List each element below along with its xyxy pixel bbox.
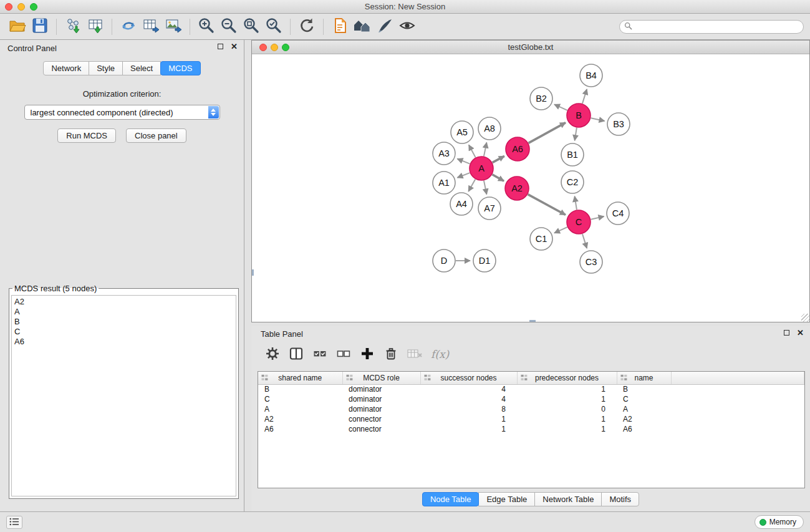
function-builder-button[interactable]: f(x) xyxy=(428,348,449,360)
table-cell[interactable]: 1 xyxy=(420,414,517,424)
open-document-button[interactable] xyxy=(329,16,351,37)
network-node-A7[interactable]: A7 xyxy=(478,197,501,220)
column-header-name[interactable]: name xyxy=(617,372,671,384)
network-edge[interactable] xyxy=(582,89,587,104)
close-panel-icon[interactable]: ✕ xyxy=(231,43,238,50)
mcds-result-item[interactable]: B xyxy=(14,317,233,327)
network-edge[interactable] xyxy=(457,159,470,164)
tab-style[interactable]: Style xyxy=(89,61,123,75)
mcds-result-list[interactable]: A2ABCA6 xyxy=(11,295,236,496)
open-folder-button[interactable] xyxy=(6,16,29,37)
table-cell[interactable]: connector xyxy=(342,424,420,434)
deselect-all-button[interactable] xyxy=(334,345,354,364)
table-cell[interactable]: 1 xyxy=(420,424,517,434)
network-edge[interactable] xyxy=(457,173,470,178)
mcds-result-item[interactable]: A6 xyxy=(14,337,233,347)
float-panel-icon[interactable] xyxy=(218,44,223,49)
table-tab-node-table[interactable]: Node Table xyxy=(422,492,480,506)
network-node-B2[interactable]: B2 xyxy=(530,87,552,110)
network-edge[interactable] xyxy=(582,234,587,248)
criterion-dropdown[interactable]: largest connected component (directed) xyxy=(24,105,220,120)
window-resize-grip[interactable] xyxy=(801,314,809,322)
network-node-C2[interactable]: C2 xyxy=(561,171,584,193)
network-node-A4[interactable]: A4 xyxy=(450,193,473,215)
zoom-in-button[interactable] xyxy=(195,16,218,37)
home-button[interactable] xyxy=(351,16,374,37)
network-node-C4[interactable]: C4 xyxy=(607,202,629,225)
delete-table-button[interactable] xyxy=(405,345,425,364)
network-edge[interactable] xyxy=(575,196,577,210)
show-columns-button[interactable] xyxy=(286,345,306,364)
network-node-C[interactable]: C xyxy=(567,210,591,234)
table-cell[interactable]: 1 xyxy=(517,384,617,394)
network-edge[interactable] xyxy=(493,156,504,162)
tab-mcds[interactable]: MCDS xyxy=(160,61,200,75)
column-header-predecessor-nodes[interactable]: predecessor nodes xyxy=(517,372,617,384)
delete-column-button[interactable] xyxy=(381,345,401,364)
network-node-B1[interactable]: B1 xyxy=(561,143,584,166)
column-header-successor-nodes[interactable]: successor nodes xyxy=(420,372,517,384)
table-cell[interactable]: A2 xyxy=(617,414,671,424)
network-edge[interactable] xyxy=(554,104,567,110)
search-field[interactable] xyxy=(619,20,804,34)
select-all-button[interactable] xyxy=(310,345,330,364)
table-cell[interactable]: C xyxy=(617,394,671,404)
table-cell[interactable]: 1 xyxy=(517,394,617,404)
table-row[interactable]: Adominator80A xyxy=(258,404,804,414)
import-network-button[interactable] xyxy=(62,16,84,37)
new-network-button[interactable] xyxy=(117,16,140,37)
table-cell[interactable]: dominator xyxy=(342,384,420,394)
new-table-button[interactable] xyxy=(140,16,162,37)
close-table-panel-icon[interactable]: ✕ xyxy=(797,329,804,336)
table-cell[interactable]: 4 xyxy=(420,394,517,404)
mcds-result-item[interactable]: C xyxy=(14,327,233,337)
column-header-shared-name[interactable]: shared name xyxy=(258,372,342,384)
network-edge[interactable] xyxy=(492,175,504,181)
table-cell[interactable]: 1 xyxy=(517,414,617,424)
network-node-B[interactable]: B xyxy=(567,104,591,127)
zoom-selected-button[interactable] xyxy=(263,16,285,37)
refresh-button[interactable] xyxy=(296,16,318,37)
table-tab-edge-table[interactable]: Edge Table xyxy=(478,492,535,506)
table-cell[interactable]: A6 xyxy=(617,424,671,434)
network-node-C3[interactable]: C3 xyxy=(580,251,602,273)
table-cell[interactable]: B xyxy=(617,384,671,394)
table-tab-network-table[interactable]: Network Table xyxy=(534,492,602,506)
table-cell[interactable]: dominator xyxy=(342,394,420,404)
network-canvas[interactable]: B4B2BB3A8A5A6B1A3AC2A1A2A4A7C4CC1C3DD1 xyxy=(252,54,809,322)
table-cell[interactable]: 4 xyxy=(420,384,517,394)
table-cell[interactable]: connector xyxy=(342,414,420,424)
table-cell[interactable]: 8 xyxy=(420,404,517,414)
network-node-A2[interactable]: A2 xyxy=(505,177,529,200)
table-tab-motifs[interactable]: Motifs xyxy=(601,492,639,506)
zoom-fit-button[interactable] xyxy=(240,16,263,37)
network-edge[interactable] xyxy=(591,216,604,220)
float-table-panel-icon[interactable] xyxy=(784,330,789,336)
tab-network[interactable]: Network xyxy=(43,61,89,75)
mcds-result-item[interactable]: A xyxy=(14,307,233,317)
run-mcds-button[interactable]: Run MCDS xyxy=(57,128,116,143)
table-row[interactable]: Cdominator41C xyxy=(258,394,804,404)
network-node-A[interactable]: A xyxy=(470,157,493,180)
table-cell[interactable]: B xyxy=(258,384,342,394)
style-brush-button[interactable] xyxy=(374,16,396,37)
table-row[interactable]: A2connector11A2 xyxy=(258,414,804,424)
network-edge[interactable] xyxy=(484,181,486,195)
memory-button[interactable]: Memory xyxy=(755,515,804,529)
search-input[interactable] xyxy=(632,21,803,32)
task-history-button[interactable] xyxy=(6,516,22,529)
column-header-mcds-role[interactable]: MCDS role xyxy=(342,372,420,384)
network-edge[interactable] xyxy=(468,179,475,191)
table-settings-button[interactable] xyxy=(263,345,282,364)
network-edge[interactable] xyxy=(529,123,566,143)
close-panel-button[interactable]: Close panel xyxy=(126,128,186,143)
network-node-C1[interactable]: C1 xyxy=(530,228,552,250)
zoom-out-button[interactable] xyxy=(218,16,240,37)
network-node-B3[interactable]: B3 xyxy=(607,113,630,135)
table-cell[interactable]: A2 xyxy=(258,414,342,424)
table-cell[interactable]: A xyxy=(258,404,342,414)
network-node-A6[interactable]: A6 xyxy=(506,137,529,161)
network-edge[interactable] xyxy=(469,145,476,157)
network-node-D[interactable]: D xyxy=(433,249,455,272)
table-cell[interactable]: A6 xyxy=(258,424,342,434)
